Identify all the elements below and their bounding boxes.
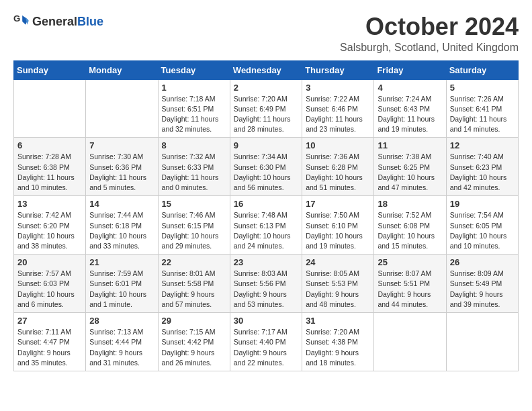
calendar-cell: 10Sunrise: 7:36 AM Sunset: 6:28 PM Dayli… <box>302 138 374 196</box>
day-info: Sunrise: 7:28 AM Sunset: 6:38 PM Dayligh… <box>17 152 82 193</box>
day-info: Sunrise: 7:34 AM Sunset: 6:30 PM Dayligh… <box>234 152 298 193</box>
calendar-cell: 2Sunrise: 7:20 AM Sunset: 6:49 PM Daylig… <box>230 79 302 138</box>
day-info: Sunrise: 7:36 AM Sunset: 6:28 PM Dayligh… <box>306 152 370 193</box>
calendar-cell: 26Sunrise: 8:09 AM Sunset: 5:49 PM Dayli… <box>446 255 518 313</box>
day-number: 5 <box>450 83 515 93</box>
day-number: 29 <box>162 316 226 326</box>
calendar-cell: 13Sunrise: 7:42 AM Sunset: 6:20 PM Dayli… <box>14 196 86 255</box>
day-info: Sunrise: 7:52 AM Sunset: 6:08 PM Dayligh… <box>378 210 442 251</box>
day-info: Sunrise: 7:30 AM Sunset: 6:36 PM Dayligh… <box>89 152 154 193</box>
day-info: Sunrise: 7:18 AM Sunset: 6:51 PM Dayligh… <box>162 94 226 135</box>
day-number: 6 <box>17 140 82 150</box>
location-title: Salsburgh, Scotland, United Kingdom <box>340 42 519 54</box>
day-number: 11 <box>378 140 442 150</box>
day-number: 31 <box>306 316 370 326</box>
calendar-cell <box>86 79 158 138</box>
calendar-cell: 25Sunrise: 8:07 AM Sunset: 5:51 PM Dayli… <box>374 255 446 313</box>
day-info: Sunrise: 7:38 AM Sunset: 6:25 PM Dayligh… <box>378 152 442 193</box>
day-number: 13 <box>17 199 82 209</box>
day-info: Sunrise: 7:32 AM Sunset: 6:33 PM Dayligh… <box>162 152 226 193</box>
day-number: 23 <box>234 257 298 267</box>
calendar-cell: 18Sunrise: 7:52 AM Sunset: 6:08 PM Dayli… <box>374 196 446 255</box>
month-title: October 2024 <box>340 13 519 40</box>
calendar-cell: 8Sunrise: 7:32 AM Sunset: 6:33 PM Daylig… <box>158 138 230 196</box>
day-info: Sunrise: 7:54 AM Sunset: 6:05 PM Dayligh… <box>450 210 515 251</box>
day-info: Sunrise: 7:11 AM Sunset: 4:47 PM Dayligh… <box>17 327 82 368</box>
calendar-cell: 27Sunrise: 7:11 AM Sunset: 4:47 PM Dayli… <box>14 313 86 371</box>
day-number: 14 <box>89 199 154 209</box>
calendar-cell: 6Sunrise: 7:28 AM Sunset: 6:38 PM Daylig… <box>14 138 86 196</box>
day-number: 25 <box>378 257 442 267</box>
day-number: 8 <box>162 140 226 150</box>
day-of-week-header: Friday <box>374 60 446 79</box>
calendar-cell: 19Sunrise: 7:54 AM Sunset: 6:05 PM Dayli… <box>446 196 518 255</box>
day-info: Sunrise: 7:26 AM Sunset: 6:41 PM Dayligh… <box>450 94 515 135</box>
calendar-cell: 20Sunrise: 7:57 AM Sunset: 6:03 PM Dayli… <box>14 255 86 313</box>
calendar-cell: 16Sunrise: 7:48 AM Sunset: 6:13 PM Dayli… <box>230 196 302 255</box>
calendar-cell: 5Sunrise: 7:26 AM Sunset: 6:41 PM Daylig… <box>446 79 518 138</box>
calendar-cell: 15Sunrise: 7:46 AM Sunset: 6:15 PM Dayli… <box>158 196 230 255</box>
logo: G GeneralBlue <box>13 13 103 30</box>
calendar-cell: 23Sunrise: 8:03 AM Sunset: 5:56 PM Dayli… <box>230 255 302 313</box>
logo-icon: G <box>13 13 30 30</box>
day-number: 18 <box>378 199 442 209</box>
day-of-week-header: Thursday <box>302 60 374 79</box>
day-of-week-header: Wednesday <box>230 60 302 79</box>
day-info: Sunrise: 7:17 AM Sunset: 4:40 PM Dayligh… <box>234 327 298 368</box>
calendar-cell <box>14 79 86 138</box>
day-number: 15 <box>162 199 226 209</box>
day-info: Sunrise: 7:40 AM Sunset: 6:23 PM Dayligh… <box>450 152 515 193</box>
day-number: 28 <box>89 316 154 326</box>
day-info: Sunrise: 7:44 AM Sunset: 6:18 PM Dayligh… <box>89 210 154 251</box>
day-info: Sunrise: 8:07 AM Sunset: 5:51 PM Dayligh… <box>378 269 442 310</box>
day-number: 1 <box>162 83 226 93</box>
day-number: 24 <box>306 257 370 267</box>
day-number: 21 <box>89 257 154 267</box>
day-number: 30 <box>234 316 298 326</box>
calendar-cell: 30Sunrise: 7:17 AM Sunset: 4:40 PM Dayli… <box>230 313 302 371</box>
day-info: Sunrise: 8:09 AM Sunset: 5:49 PM Dayligh… <box>450 269 515 310</box>
day-of-week-header: Saturday <box>446 60 518 79</box>
calendar-cell: 14Sunrise: 7:44 AM Sunset: 6:18 PM Dayli… <box>86 196 158 255</box>
day-number: 26 <box>450 257 515 267</box>
day-number: 12 <box>450 140 515 150</box>
day-number: 7 <box>89 140 154 150</box>
calendar-table: SundayMondayTuesdayWednesdayThursdayFrid… <box>13 60 519 371</box>
svg-text:G: G <box>13 13 20 24</box>
title-area: October 2024 Salsburgh, Scotland, United… <box>340 13 519 54</box>
day-info: Sunrise: 7:24 AM Sunset: 6:43 PM Dayligh… <box>378 94 442 135</box>
logo-general: GeneralBlue <box>32 15 103 29</box>
day-number: 4 <box>378 83 442 93</box>
calendar-cell: 1Sunrise: 7:18 AM Sunset: 6:51 PM Daylig… <box>158 79 230 138</box>
day-info: Sunrise: 7:20 AM Sunset: 6:49 PM Dayligh… <box>234 94 298 135</box>
day-number: 20 <box>17 257 82 267</box>
day-info: Sunrise: 7:42 AM Sunset: 6:20 PM Dayligh… <box>17 210 82 251</box>
day-of-week-header: Tuesday <box>158 60 230 79</box>
day-info: Sunrise: 7:59 AM Sunset: 6:01 PM Dayligh… <box>89 269 154 310</box>
day-info: Sunrise: 7:57 AM Sunset: 6:03 PM Dayligh… <box>17 269 82 310</box>
day-number: 3 <box>306 83 370 93</box>
calendar-cell: 28Sunrise: 7:13 AM Sunset: 4:44 PM Dayli… <box>86 313 158 371</box>
day-number: 10 <box>306 140 370 150</box>
day-of-week-header: Sunday <box>14 60 86 79</box>
day-info: Sunrise: 8:03 AM Sunset: 5:56 PM Dayligh… <box>234 269 298 310</box>
calendar-cell: 7Sunrise: 7:30 AM Sunset: 6:36 PM Daylig… <box>86 138 158 196</box>
day-info: Sunrise: 8:01 AM Sunset: 5:58 PM Dayligh… <box>162 269 226 310</box>
calendar-cell: 17Sunrise: 7:50 AM Sunset: 6:10 PM Dayli… <box>302 196 374 255</box>
day-info: Sunrise: 7:22 AM Sunset: 6:46 PM Dayligh… <box>306 94 370 135</box>
calendar-cell: 21Sunrise: 7:59 AM Sunset: 6:01 PM Dayli… <box>86 255 158 313</box>
calendar-cell: 29Sunrise: 7:15 AM Sunset: 4:42 PM Dayli… <box>158 313 230 371</box>
day-number: 22 <box>162 257 226 267</box>
day-of-week-header: Monday <box>86 60 158 79</box>
calendar-cell: 11Sunrise: 7:38 AM Sunset: 6:25 PM Dayli… <box>374 138 446 196</box>
day-info: Sunrise: 7:50 AM Sunset: 6:10 PM Dayligh… <box>306 210 370 251</box>
calendar-cell: 24Sunrise: 8:05 AM Sunset: 5:53 PM Dayli… <box>302 255 374 313</box>
day-info: Sunrise: 7:46 AM Sunset: 6:15 PM Dayligh… <box>162 210 226 251</box>
day-number: 17 <box>306 199 370 209</box>
day-number: 16 <box>234 199 298 209</box>
day-info: Sunrise: 8:05 AM Sunset: 5:53 PM Dayligh… <box>306 269 370 310</box>
day-number: 27 <box>17 316 82 326</box>
calendar-cell: 4Sunrise: 7:24 AM Sunset: 6:43 PM Daylig… <box>374 79 446 138</box>
calendar-cell: 31Sunrise: 7:20 AM Sunset: 4:38 PM Dayli… <box>302 313 374 371</box>
calendar-cell <box>446 313 518 371</box>
